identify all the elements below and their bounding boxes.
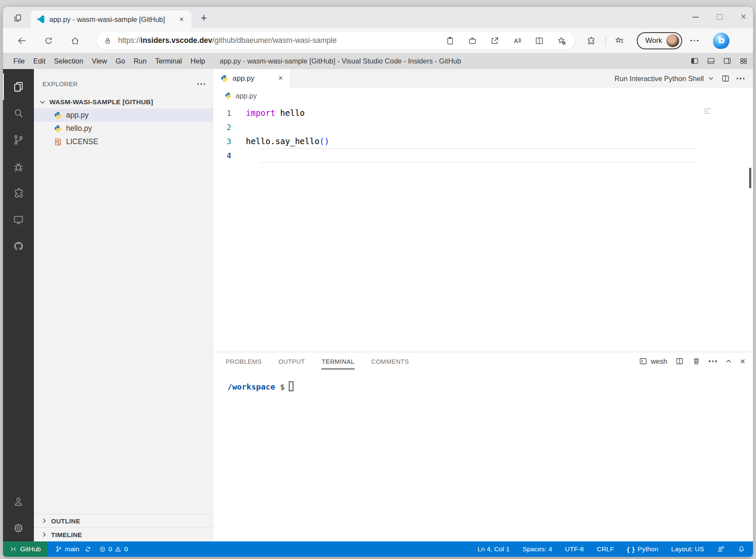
editor-tab-close-button[interactable]: × — [275, 73, 286, 84]
cursor-position-status[interactable]: Ln 4, Col 1 — [478, 545, 510, 553]
activitybar-explorer[interactable] — [3, 73, 34, 100]
tab-comments[interactable]: COMMENTS — [371, 353, 409, 369]
activity-bar — [3, 69, 34, 541]
activitybar-remote-explorer[interactable] — [3, 206, 34, 233]
favorites-bar-button[interactable] — [610, 31, 629, 50]
ellipsis-icon — [690, 40, 699, 42]
editor-scrollbar[interactable] — [749, 168, 751, 188]
address-bar[interactable]: https://insiders.vscode.dev/github/dbaeu… — [97, 32, 575, 50]
clipboard-button[interactable] — [442, 33, 459, 49]
refresh-button[interactable] — [39, 31, 58, 50]
explorer-section-header[interactable]: WASM-WASI-SAMPLE [GITHUB] — [34, 96, 213, 109]
terminal[interactable]: /workspace $ — [213, 370, 753, 541]
read-aloud-button[interactable] — [508, 33, 526, 49]
menu-file[interactable]: File — [9, 54, 29, 67]
tab-terminal[interactable]: TERMINAL — [321, 353, 355, 369]
menu-help[interactable]: Help — [186, 54, 209, 67]
bing-discover-button[interactable]: b — [713, 33, 729, 49]
file-row-app-py[interactable]: app.py — [34, 109, 213, 122]
run-shell-action[interactable]: Run Interactive Python Shell — [614, 75, 704, 83]
back-button[interactable] — [12, 31, 31, 50]
home-button[interactable] — [66, 31, 85, 50]
chevron-down-icon[interactable] — [708, 75, 714, 82]
activitybar-search[interactable] — [3, 100, 34, 127]
timeline-section[interactable]: TIMELINE — [34, 527, 213, 541]
chevron-up-icon[interactable] — [725, 358, 732, 365]
split-screen-button[interactable] — [531, 33, 548, 49]
browser-tab[interactable]: app.py - wasm-wasi-sample [GitHub] × — [30, 10, 191, 28]
encoding-status[interactable]: UTF-8 — [565, 545, 584, 553]
file-row-license[interactable]: LICENSE — [34, 135, 213, 148]
toggle-secondary-sidebar-icon[interactable] — [723, 57, 732, 65]
window-maximize-button[interactable] — [717, 14, 723, 20]
branch-status[interactable]: main — [55, 545, 91, 553]
explorer-more-button[interactable] — [197, 83, 206, 85]
activitybar-extensions[interactable] — [3, 180, 34, 206]
add-favorite-button[interactable] — [553, 33, 570, 49]
window-close-button[interactable]: × — [741, 12, 746, 21]
activitybar-source-control[interactable] — [3, 127, 34, 153]
outline-section[interactable]: OUTLINE — [34, 514, 213, 527]
activitybar-run-debug[interactable] — [3, 153, 34, 180]
git-branch-icon — [55, 546, 62, 553]
problems-status[interactable]: 0 0 — [99, 545, 128, 553]
workspaces-button[interactable] — [464, 33, 481, 49]
activitybar-settings[interactable] — [3, 515, 34, 541]
breadcrumbs[interactable]: app.py — [213, 88, 753, 103]
tab-actions-button[interactable] — [9, 9, 26, 27]
terminal-shell-label[interactable]: wesh — [651, 357, 668, 366]
briefcase-icon — [468, 36, 477, 45]
new-tab-button[interactable]: + — [197, 11, 211, 25]
toggle-sidebar-icon[interactable] — [690, 57, 699, 65]
close-panel-button[interactable]: × — [740, 356, 745, 366]
browser-extensions-button[interactable] — [581, 31, 600, 50]
workbench: EXPLORER WASM-WASI-SAMPLE [GITHUB] app.p… — [3, 69, 753, 541]
remote-icon — [10, 546, 17, 553]
language-status[interactable]: { } Python — [627, 545, 658, 553]
panel-more-button[interactable] — [709, 360, 717, 362]
menu-go[interactable]: Go — [111, 54, 129, 67]
toolbar-right: Work b — [575, 31, 734, 50]
menu-selection[interactable]: Selection — [50, 54, 88, 67]
github-icon — [12, 240, 24, 252]
activitybar-spacer — [3, 260, 34, 488]
code-editor[interactable]: 1import hello 2 3hello.say_hello() 4 — [213, 103, 753, 352]
tab-close-button[interactable]: × — [176, 14, 187, 25]
toggle-panel-icon[interactable] — [707, 57, 715, 65]
editor-more-button[interactable] — [737, 78, 745, 79]
split-terminal-icon[interactable] — [675, 357, 684, 366]
menu-view[interactable]: View — [88, 54, 111, 67]
menu-terminal[interactable]: Terminal — [151, 54, 186, 67]
eol-status[interactable]: CRLF — [597, 545, 614, 553]
menu-run[interactable]: Run — [129, 54, 151, 67]
window-minimize-button[interactable] — [692, 17, 699, 18]
tab-problems[interactable]: PROBLEMS — [225, 353, 262, 369]
activitybar-github[interactable] — [3, 233, 34, 260]
terminal-cursor — [289, 381, 293, 391]
refresh-icon — [44, 36, 53, 45]
url-path: /github/dbaeumer/wasm-wasi-sample — [212, 36, 337, 45]
bell-icon[interactable] — [738, 545, 745, 553]
menu-edit[interactable]: Edit — [29, 54, 50, 67]
split-editor-icon[interactable] — [721, 74, 730, 83]
tab-output[interactable]: OUTPUT — [278, 353, 305, 369]
indent-status[interactable]: Spaces: 4 — [523, 545, 552, 553]
split-screen-icon — [535, 36, 544, 45]
feedback-icon[interactable] — [717, 545, 725, 553]
customize-layout-icon[interactable] — [739, 57, 748, 65]
editor-tab-app-py[interactable]: app.py × — [213, 69, 290, 88]
file-row-hello-py[interactable]: hello.py — [34, 122, 213, 135]
share-button[interactable] — [486, 33, 503, 49]
terminal-icon[interactable] — [639, 357, 647, 366]
browser-settings-button[interactable] — [685, 31, 704, 50]
keyboard-layout-status[interactable]: Layout: US — [671, 545, 704, 553]
status-bar: GitHub main 0 0 Ln 4, Col 1 Spaces: 4 UT… — [3, 541, 753, 557]
remote-indicator[interactable]: GitHub — [3, 541, 48, 557]
profile-button[interactable]: Work — [637, 32, 682, 49]
url-text[interactable]: https://insiders.vscode.dev/github/dbaeu… — [118, 36, 436, 45]
minimap[interactable] — [704, 109, 711, 115]
activitybar-accounts[interactable] — [3, 488, 34, 515]
breadcrumb-item[interactable]: app.py — [236, 92, 257, 100]
source-control-icon — [12, 134, 24, 146]
kill-terminal-icon[interactable] — [692, 357, 701, 366]
